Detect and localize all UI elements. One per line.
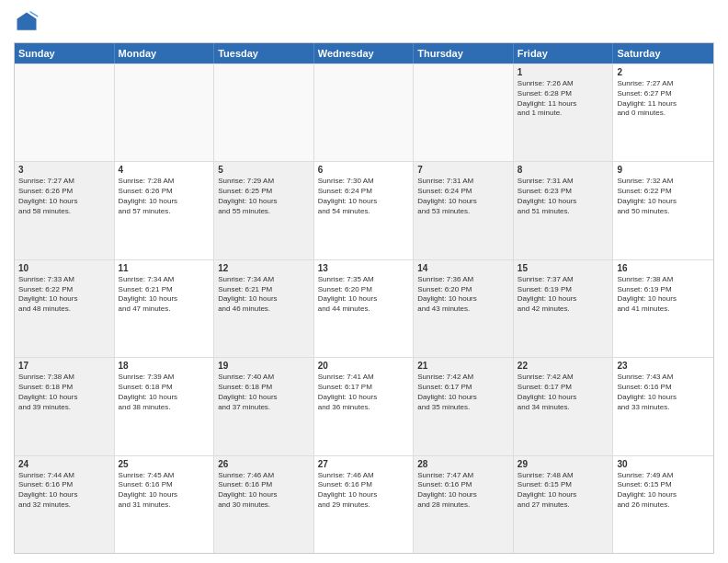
day-info: Sunrise: 7:44 AM Sunset: 6:16 PM Dayligh… — [18, 471, 110, 511]
logo — [14, 9, 43, 35]
day-info: Sunrise: 7:40 AM Sunset: 6:18 PM Dayligh… — [218, 373, 310, 412]
day-number: 1 — [518, 67, 609, 77]
day-info: Sunrise: 7:38 AM Sunset: 6:18 PM Dayligh… — [18, 373, 110, 412]
day-info: Sunrise: 7:34 AM Sunset: 6:21 PM Dayligh… — [218, 275, 310, 315]
day-number: 6 — [318, 165, 410, 175]
day-number: 9 — [617, 165, 710, 175]
calendar-cell: 29Sunrise: 7:48 AM Sunset: 6:15 PM Dayli… — [514, 456, 614, 553]
weekday-header: Thursday — [414, 43, 514, 63]
day-number: 2 — [617, 67, 710, 77]
calendar-cell: 11Sunrise: 7:34 AM Sunset: 6:21 PM Dayli… — [115, 260, 215, 357]
day-info: Sunrise: 7:31 AM Sunset: 6:23 PM Dayligh… — [518, 177, 609, 216]
day-number: 24 — [18, 459, 110, 469]
day-info: Sunrise: 7:29 AM Sunset: 6:25 PM Dayligh… — [218, 177, 310, 216]
day-info: Sunrise: 7:41 AM Sunset: 6:17 PM Dayligh… — [318, 373, 410, 412]
calendar-cell: 21Sunrise: 7:42 AM Sunset: 6:17 PM Dayli… — [414, 358, 514, 454]
calendar-cell: 23Sunrise: 7:43 AM Sunset: 6:16 PM Dayli… — [613, 358, 713, 454]
day-number: 15 — [518, 263, 609, 273]
calendar-row: 24Sunrise: 7:44 AM Sunset: 6:16 PM Dayli… — [15, 455, 713, 553]
day-info: Sunrise: 7:46 AM Sunset: 6:16 PM Dayligh… — [218, 471, 310, 511]
day-number: 27 — [318, 459, 410, 469]
day-number: 25 — [119, 459, 210, 469]
day-info: Sunrise: 7:32 AM Sunset: 6:22 PM Dayligh… — [617, 177, 710, 216]
calendar-cell — [414, 64, 514, 161]
svg-marker-0 — [17, 13, 37, 30]
calendar-cell: 25Sunrise: 7:45 AM Sunset: 6:16 PM Dayli… — [115, 456, 215, 553]
calendar-cell: 13Sunrise: 7:35 AM Sunset: 6:20 PM Dayli… — [314, 260, 415, 357]
calendar-cell: 12Sunrise: 7:34 AM Sunset: 6:21 PM Dayli… — [214, 260, 314, 357]
day-number: 29 — [518, 459, 609, 469]
calendar-cell: 4Sunrise: 7:28 AM Sunset: 6:26 PM Daylig… — [115, 162, 215, 259]
day-number: 16 — [617, 263, 710, 273]
day-number: 30 — [617, 459, 710, 469]
day-number: 8 — [518, 165, 609, 175]
calendar-cell: 19Sunrise: 7:40 AM Sunset: 6:18 PM Dayli… — [214, 358, 314, 454]
logo-icon — [14, 9, 40, 35]
calendar-row: 17Sunrise: 7:38 AM Sunset: 6:18 PM Dayli… — [15, 357, 713, 454]
calendar: SundayMondayTuesdayWednesdayThursdayFrid… — [14, 42, 714, 554]
calendar-cell: 24Sunrise: 7:44 AM Sunset: 6:16 PM Dayli… — [15, 456, 115, 553]
day-info: Sunrise: 7:34 AM Sunset: 6:21 PM Dayligh… — [119, 275, 210, 315]
day-info: Sunrise: 7:38 AM Sunset: 6:19 PM Dayligh… — [617, 275, 710, 315]
calendar-row: 3Sunrise: 7:27 AM Sunset: 6:26 PM Daylig… — [15, 161, 713, 259]
day-info: Sunrise: 7:33 AM Sunset: 6:22 PM Dayligh… — [18, 275, 110, 315]
calendar-cell: 15Sunrise: 7:37 AM Sunset: 6:19 PM Dayli… — [514, 260, 614, 357]
day-info: Sunrise: 7:48 AM Sunset: 6:15 PM Dayligh… — [518, 471, 609, 511]
calendar-cell: 9Sunrise: 7:32 AM Sunset: 6:22 PM Daylig… — [613, 162, 713, 259]
weekday-header: Tuesday — [214, 43, 314, 63]
day-info: Sunrise: 7:49 AM Sunset: 6:15 PM Dayligh… — [617, 471, 710, 511]
calendar-cell: 8Sunrise: 7:31 AM Sunset: 6:23 PM Daylig… — [514, 162, 614, 259]
calendar-cell: 10Sunrise: 7:33 AM Sunset: 6:22 PM Dayli… — [15, 260, 115, 357]
day-number: 28 — [417, 459, 509, 469]
day-info: Sunrise: 7:27 AM Sunset: 6:27 PM Dayligh… — [617, 79, 710, 119]
day-info: Sunrise: 7:35 AM Sunset: 6:20 PM Dayligh… — [318, 275, 410, 315]
day-info: Sunrise: 7:46 AM Sunset: 6:16 PM Dayligh… — [318, 471, 410, 511]
weekday-header: Friday — [514, 43, 614, 63]
calendar-row: 10Sunrise: 7:33 AM Sunset: 6:22 PM Dayli… — [15, 259, 713, 357]
day-info: Sunrise: 7:26 AM Sunset: 6:28 PM Dayligh… — [518, 79, 609, 119]
day-number: 20 — [318, 361, 410, 371]
calendar-cell: 30Sunrise: 7:49 AM Sunset: 6:15 PM Dayli… — [613, 456, 713, 553]
day-number: 14 — [417, 263, 509, 273]
day-info: Sunrise: 7:42 AM Sunset: 6:17 PM Dayligh… — [417, 373, 509, 412]
day-number: 18 — [119, 361, 210, 371]
day-number: 12 — [218, 263, 310, 273]
day-number: 10 — [18, 263, 110, 273]
day-number: 4 — [119, 165, 210, 175]
calendar-cell: 3Sunrise: 7:27 AM Sunset: 6:26 PM Daylig… — [15, 162, 115, 259]
calendar-cell: 18Sunrise: 7:39 AM Sunset: 6:18 PM Dayli… — [115, 358, 215, 454]
day-info: Sunrise: 7:37 AM Sunset: 6:19 PM Dayligh… — [518, 275, 609, 315]
calendar-cell — [15, 64, 115, 161]
day-info: Sunrise: 7:31 AM Sunset: 6:24 PM Dayligh… — [417, 177, 509, 216]
weekday-header: Sunday — [15, 43, 115, 63]
day-number: 23 — [617, 361, 710, 371]
day-info: Sunrise: 7:36 AM Sunset: 6:20 PM Dayligh… — [417, 275, 509, 315]
day-info: Sunrise: 7:43 AM Sunset: 6:16 PM Dayligh… — [617, 373, 710, 412]
weekday-header: Monday — [115, 43, 215, 63]
day-info: Sunrise: 7:30 AM Sunset: 6:24 PM Dayligh… — [318, 177, 410, 216]
day-info: Sunrise: 7:47 AM Sunset: 6:16 PM Dayligh… — [417, 471, 509, 511]
calendar-cell — [214, 64, 314, 161]
page: SundayMondayTuesdayWednesdayThursdayFrid… — [0, 0, 728, 563]
calendar-cell — [115, 64, 215, 161]
calendar-cell: 20Sunrise: 7:41 AM Sunset: 6:17 PM Dayli… — [314, 358, 415, 454]
calendar-cell: 16Sunrise: 7:38 AM Sunset: 6:19 PM Dayli… — [613, 260, 713, 357]
weekday-header: Wednesday — [314, 43, 415, 63]
calendar-body: 1Sunrise: 7:26 AM Sunset: 6:28 PM Daylig… — [15, 63, 713, 553]
day-info: Sunrise: 7:28 AM Sunset: 6:26 PM Dayligh… — [119, 177, 210, 216]
calendar-cell: 27Sunrise: 7:46 AM Sunset: 6:16 PM Dayli… — [314, 456, 415, 553]
calendar-cell: 6Sunrise: 7:30 AM Sunset: 6:24 PM Daylig… — [314, 162, 415, 259]
calendar-cell: 7Sunrise: 7:31 AM Sunset: 6:24 PM Daylig… — [414, 162, 514, 259]
day-number: 21 — [417, 361, 509, 371]
day-number: 7 — [417, 165, 509, 175]
calendar-cell: 14Sunrise: 7:36 AM Sunset: 6:20 PM Dayli… — [414, 260, 514, 357]
day-number: 5 — [218, 165, 310, 175]
calendar-cell: 17Sunrise: 7:38 AM Sunset: 6:18 PM Dayli… — [15, 358, 115, 454]
day-info: Sunrise: 7:27 AM Sunset: 6:26 PM Dayligh… — [18, 177, 110, 216]
calendar-row: 1Sunrise: 7:26 AM Sunset: 6:28 PM Daylig… — [15, 63, 713, 161]
day-info: Sunrise: 7:45 AM Sunset: 6:16 PM Dayligh… — [119, 471, 210, 511]
day-number: 13 — [318, 263, 410, 273]
calendar-cell: 28Sunrise: 7:47 AM Sunset: 6:16 PM Dayli… — [414, 456, 514, 553]
weekday-header: Saturday — [613, 43, 713, 63]
header — [14, 9, 714, 35]
